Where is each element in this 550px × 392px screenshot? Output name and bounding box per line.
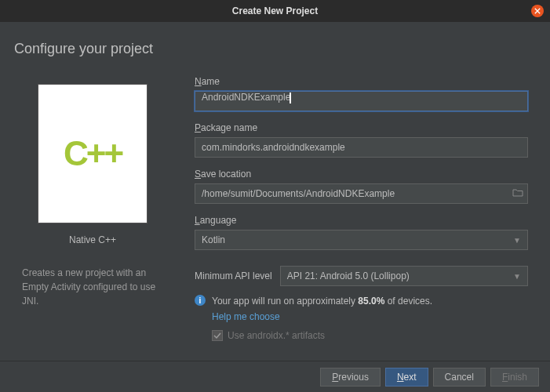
template-card: C++ [38, 84, 148, 223]
language-select[interactable]: Kotlin ▼ [195, 230, 528, 250]
template-name: Native C++ [69, 234, 116, 245]
page-title: Configure your project [14, 41, 536, 57]
template-description: Creates a new project with an Empty Acti… [22, 266, 163, 308]
api-info-text: Your app will run on approximately 85.0%… [212, 294, 432, 324]
template-preview: C++ Native C++ Creates a new project wit… [14, 76, 171, 341]
api-level-select[interactable]: API 21: Android 5.0 (Lollipop) ▼ [280, 266, 528, 286]
androidx-checkbox-label: Use androidx.* artifacts [228, 330, 325, 341]
language-value: Kotlin [202, 234, 225, 245]
help-me-choose-link[interactable]: Help me choose [212, 310, 432, 324]
name-input[interactable]: AndroidNDKExample [195, 91, 528, 111]
api-level-value: API 21: Android 5.0 (Lollipop) [287, 270, 410, 281]
save-location-label: Save location [195, 169, 528, 180]
save-location-input[interactable] [195, 183, 528, 204]
androidx-checkbox[interactable] [212, 330, 223, 341]
cpp-logo-icon: C++ [64, 134, 122, 173]
info-icon: i [195, 295, 206, 306]
api-level-label: Minimum API level [195, 270, 272, 281]
chevron-down-icon: ▼ [513, 272, 521, 281]
package-input[interactable] [195, 137, 528, 158]
finish-button: Finish [490, 368, 539, 387]
cancel-button[interactable]: Cancel [433, 368, 486, 387]
chevron-down-icon: ▼ [513, 236, 521, 245]
close-button[interactable] [531, 5, 544, 17]
previous-button[interactable]: Previous [320, 368, 381, 387]
titlebar: Create New Project [0, 0, 550, 22]
window-title: Create New Project [232, 5, 318, 16]
close-icon [534, 8, 541, 14]
package-label: Package name [195, 122, 528, 133]
name-label: Name [195, 76, 528, 87]
language-label: Language [195, 215, 528, 226]
check-icon [213, 332, 221, 339]
next-button[interactable]: Next [385, 368, 428, 387]
dialog-footer: Previous Next Cancel Finish [0, 361, 550, 392]
folder-open-icon[interactable] [512, 188, 523, 200]
